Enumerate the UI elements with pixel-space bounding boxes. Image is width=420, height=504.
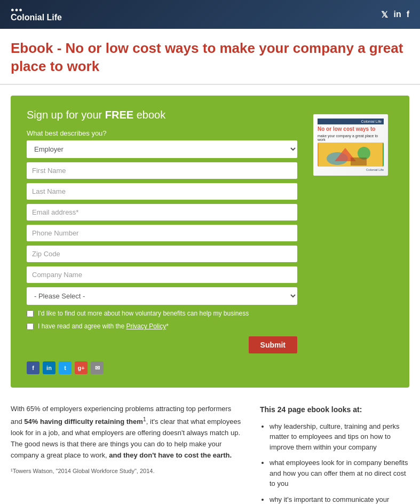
body-left: With 65% of employers experiencing probl… — [11, 404, 244, 504]
body-paragraph1: With 65% of employers experiencing probl… — [11, 404, 244, 461]
ebook-cover-container: Colonial Life No or low cost ways to mak… — [308, 109, 393, 375]
first-name-input[interactable] — [27, 162, 297, 179]
privacy-policy-link[interactable]: Privacy Policy — [126, 322, 166, 330]
share-facebook-icon[interactable]: f — [27, 361, 39, 374]
facebook-icon[interactable]: f — [407, 10, 409, 20]
ebook-cover-footer: Colonial Life — [318, 168, 384, 171]
checkbox-privacy-row: I have read and agree with the Privacy P… — [27, 322, 297, 331]
form-section: Sign up for your FREE ebook What best de… — [11, 96, 409, 388]
ebook-cover-subtitle: make your company a great place to work — [318, 134, 384, 141]
company-input[interactable] — [27, 266, 297, 283]
signup-heading: Sign up for your FREE ebook — [27, 109, 297, 121]
social-share-bar: f in t g+ ✉ — [27, 361, 297, 374]
share-twitter-icon[interactable]: t — [59, 361, 72, 374]
linkedin-icon[interactable]: in — [393, 10, 401, 20]
privacy-label-pre: I have read and agree with the — [38, 322, 126, 330]
form-left: Sign up for your FREE ebook What best de… — [27, 109, 297, 375]
zip-input[interactable] — [27, 246, 297, 262]
body-content: With 65% of employers experiencing probl… — [11, 404, 409, 504]
ebook-cover-header: Colonial Life — [318, 119, 384, 124]
logo-icon: ●●●Colonial Life — [11, 6, 62, 22]
body-p2-bold: and they don't have to cost the earth. — [109, 451, 232, 459]
main-content: Sign up for your FREE ebook What best de… — [0, 85, 420, 504]
signup-heading-pre: Sign up for your — [27, 109, 105, 121]
ebook-looks-at-heading: This 24 page ebook looks at: — [260, 404, 409, 415]
last-name-input[interactable] — [27, 183, 297, 200]
what-describes-label: What best describes you? — [27, 129, 297, 137]
ebook-cover-image — [318, 143, 384, 167]
checkbox-voluntary-label: I'd like to find out more about how volu… — [38, 309, 249, 318]
twitter-icon[interactable]: 𝕏 — [381, 10, 388, 20]
page-title-section: Ebook - No or low cost ways to make your… — [0, 29, 420, 85]
svg-rect-4 — [351, 158, 367, 166]
please-select-dropdown[interactable]: - Please Select - — [27, 287, 297, 305]
ebook-cover-title: No or low cost ways to — [318, 125, 384, 132]
signup-heading-bold: FREE — [105, 109, 133, 121]
bullet-2: what employees look for in company benef… — [270, 458, 409, 489]
bullet-3: why it's important to communicate your b… — [270, 494, 409, 504]
share-email-icon[interactable]: ✉ — [91, 361, 104, 374]
ebook-footer-logo: Colonial Life — [366, 168, 384, 171]
checkbox-privacy[interactable] — [27, 323, 34, 330]
body-right: This 24 page ebook looks at: why leaders… — [260, 404, 409, 504]
checkbox-privacy-label: I have read and agree with the Privacy P… — [38, 322, 169, 331]
header-social-icons: 𝕏 in f — [381, 10, 409, 20]
page-title: Ebook - No or low cost ways to make your… — [11, 40, 409, 76]
privacy-label-post: * — [166, 322, 169, 330]
share-googleplus-icon[interactable]: g+ — [75, 361, 88, 374]
body-p1-bold: 54% having difficulty retaining them — [24, 418, 142, 426]
checkbox-voluntary-row: I'd like to find out more about how volu… — [27, 309, 297, 318]
checkbox-voluntary[interactable] — [27, 310, 34, 317]
body-footnote: ¹Towers Watson, "2014 Global Workforce S… — [11, 467, 244, 476]
signup-heading-post: ebook — [133, 109, 165, 121]
ebook-bullets-list: why leadership, culture, training and pe… — [260, 421, 409, 504]
email-input[interactable] — [27, 204, 297, 220]
phone-input[interactable] — [27, 225, 297, 241]
ebook-cover: Colonial Life No or low cost ways to mak… — [313, 114, 388, 176]
site-header: ●●●Colonial Life 𝕏 in f — [0, 0, 420, 29]
share-linkedin-icon[interactable]: in — [43, 361, 56, 374]
submit-button[interactable]: Submit — [249, 336, 297, 353]
bullet-1: why leadership, culture, training and pe… — [270, 421, 409, 453]
ebook-illustration — [318, 143, 384, 167]
employer-dropdown[interactable]: Employer Employee Broker HR Professional… — [27, 140, 297, 158]
header-logo: ●●●Colonial Life — [11, 6, 62, 22]
